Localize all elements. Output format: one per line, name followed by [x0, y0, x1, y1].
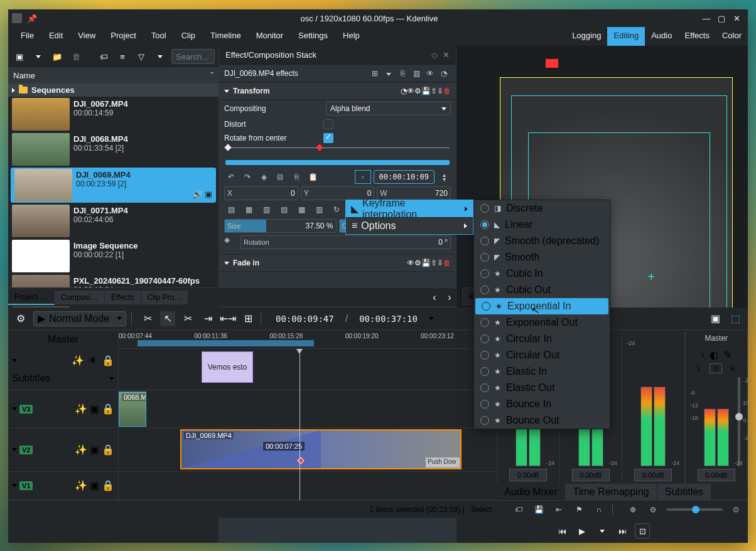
layout-effects[interactable]: Effects	[678, 27, 716, 46]
move-up-icon[interactable]: ⇧	[431, 87, 437, 95]
copy-icon[interactable]: ⎘	[396, 69, 409, 78]
interp-exponential-in[interactable]: ★Exponential In	[475, 298, 608, 314]
menu-timeline[interactable]: Timeline	[203, 27, 249, 46]
effects-icon[interactable]: ✨	[75, 479, 87, 491]
move-down-icon[interactable]: ⇩	[437, 87, 443, 95]
filter-icon[interactable]: ▽	[134, 49, 149, 64]
db-input[interactable]: 0.00dB	[634, 469, 672, 481]
interp-bounce-in[interactable]: ★Bounce In	[474, 396, 610, 412]
keyframe-toggle-icon[interactable]: ◔	[401, 87, 407, 95]
razor-tool-icon[interactable]: ✂	[140, 311, 155, 326]
link-icon[interactable]: ⊞	[368, 69, 382, 78]
handle-marker[interactable]	[546, 59, 558, 68]
save-icon[interactable]: 💾	[532, 505, 546, 514]
spacer-tool-icon[interactable]: ✂	[180, 311, 195, 326]
track-header-v2[interactable]: V2 ✨ ▣ 🔒	[8, 428, 118, 472]
settings-icon[interactable]: ⚙	[414, 87, 421, 95]
refresh-icon[interactable]: ↻	[330, 203, 343, 217]
menu-project[interactable]: Project	[103, 27, 143, 46]
effect-transform-header[interactable]: Transform ◔ 👁 ⚙ 💾 ⇧ ⇩ 🗑	[219, 82, 456, 100]
interp-smooth-deprecated[interactable]: ◤Smooth (deprecated)	[474, 233, 610, 249]
track-header-subtitles[interactable]: ✨ 👁 🔒 Subtitles	[8, 349, 118, 390]
tab-subtitles[interactable]: Subtitles	[657, 484, 711, 501]
align-bottom-icon[interactable]: ▥	[312, 203, 326, 217]
delete-effect-icon[interactable]: 🗑	[443, 259, 451, 267]
timecode-current[interactable]: 00:00:09:47	[269, 314, 340, 324]
interp-exponential-out[interactable]: ★Exponential Out	[474, 314, 610, 331]
mute-icon[interactable]: ◐	[710, 349, 718, 361]
maximize-button[interactable]: ▢	[714, 14, 729, 23]
settings-icon[interactable]: ⚙	[414, 259, 421, 267]
effects-icon[interactable]: ✨	[75, 444, 87, 456]
lock-icon[interactable]: 🔒	[102, 403, 114, 415]
ripple-tool-icon[interactable]: ⇥	[200, 311, 215, 326]
track-header-v3[interactable]: V3 ✨ ▣ 🔒	[8, 390, 118, 428]
layout-color[interactable]: Color	[716, 27, 748, 46]
interp-discrete[interactable]: ◨Discrete	[474, 200, 610, 217]
collapse-icon[interactable]	[12, 448, 17, 451]
timer-icon[interactable]: ◔	[437, 69, 451, 78]
forward-icon[interactable]: ⏭	[615, 523, 630, 538]
align-right-icon[interactable]: ▥	[259, 203, 273, 217]
close-button[interactable]: ✕	[729, 14, 744, 23]
tab-audio-mixer[interactable]: Audio Mixer	[497, 484, 565, 501]
float-icon[interactable]: ◇	[431, 50, 438, 60]
lock-icon[interactable]: 🔒	[102, 355, 114, 366]
split-icon[interactable]: ▥	[409, 69, 423, 78]
kf-remove-icon[interactable]: ⊟	[273, 170, 287, 184]
interp-bounce-out[interactable]: ★Bounce Out	[474, 412, 610, 429]
add-dropdown-icon[interactable]	[31, 49, 46, 64]
menu-view[interactable]: View	[70, 27, 103, 46]
interp-circular-out[interactable]: ★Circular Out	[474, 347, 610, 363]
save-icon[interactable]: 💾	[421, 259, 431, 267]
kf-copy-icon[interactable]: ⎘	[289, 170, 303, 184]
tc-dropdown-icon[interactable]	[429, 317, 434, 320]
filter-dropdown-icon[interactable]	[153, 49, 168, 64]
clip-item[interactable]: DJI_0071.MP4 00:02:44:06	[8, 203, 219, 238]
rotate-center-checkbox[interactable]	[323, 133, 333, 143]
chevron-down-icon[interactable]	[109, 377, 114, 380]
layout-logging[interactable]: Logging	[566, 27, 607, 46]
size-input[interactable]: Size37.50 %	[224, 219, 337, 233]
visibility-icon[interactable]: 👁	[88, 355, 98, 366]
layout-editing[interactable]: Editing	[607, 27, 645, 46]
chevron-down-icon[interactable]	[382, 69, 396, 78]
thumbnails-icon[interactable]: ▣	[90, 403, 99, 415]
video-clip[interactable]: 0068.M	[119, 392, 146, 427]
thumbnails-icon[interactable]: ▣	[90, 479, 99, 491]
kf-goto-icon[interactable]: ›	[355, 170, 371, 184]
tab-time-remapping[interactable]: Time Remapping	[565, 484, 657, 501]
nav-left-icon[interactable]: ‹	[427, 290, 442, 305]
visibility-icon[interactable]: 👁	[407, 87, 414, 95]
add-clip-icon[interactable]: ▣	[12, 49, 27, 64]
play-icon[interactable]: ▶	[575, 523, 590, 538]
move-down-icon[interactable]: ⇩	[437, 259, 443, 267]
menu-keyframe-interpolation[interactable]: ◣ Keyframe interpolation	[346, 200, 473, 217]
eye-icon[interactable]: 👁	[423, 69, 437, 78]
kf-paste-icon[interactable]: 📋	[306, 170, 320, 184]
search-input[interactable]: Search...	[171, 49, 215, 64]
menu-settings[interactable]: Settings	[291, 27, 335, 46]
timeline-zone[interactable]	[138, 340, 314, 346]
menu-monitor[interactable]: Monitor	[249, 27, 291, 46]
db-input[interactable]: 0.00dB	[509, 469, 547, 481]
crop-icon[interactable]: ⊡	[635, 523, 650, 538]
kf-spinner-icon[interactable]: ▴▾	[437, 170, 451, 184]
interp-elastic-in[interactable]: ★Elastic In	[474, 363, 610, 380]
db-input[interactable]: 0.00dB	[698, 469, 735, 481]
interp-linear[interactable]: ◣Linear	[474, 217, 610, 233]
master-fader[interactable]	[738, 377, 740, 466]
close-panel-icon[interactable]: ✕	[443, 50, 450, 60]
align-left-icon[interactable]: ▤	[224, 203, 238, 217]
thumbnails-icon[interactable]: ▣	[90, 444, 99, 456]
menu-clip[interactable]: Clip	[174, 27, 203, 46]
slip-tool-icon[interactable]: ⇤⇥	[220, 311, 235, 326]
move-up-icon[interactable]: ⇧	[431, 259, 437, 267]
menu-tool[interactable]: Tool	[144, 27, 174, 46]
rotation-kf-icon[interactable]: ◈	[224, 235, 238, 249]
zoom-out-icon[interactable]: ⊖	[646, 505, 660, 514]
kf-add-icon[interactable]: ◈	[257, 170, 271, 184]
keyframe-ruler[interactable]	[225, 147, 450, 160]
menu-help[interactable]: Help	[335, 27, 367, 46]
effect-fadein-header[interactable]: Fade in 👁 ⚙ 💾 ⇧ ⇩ 🗑	[219, 254, 456, 272]
